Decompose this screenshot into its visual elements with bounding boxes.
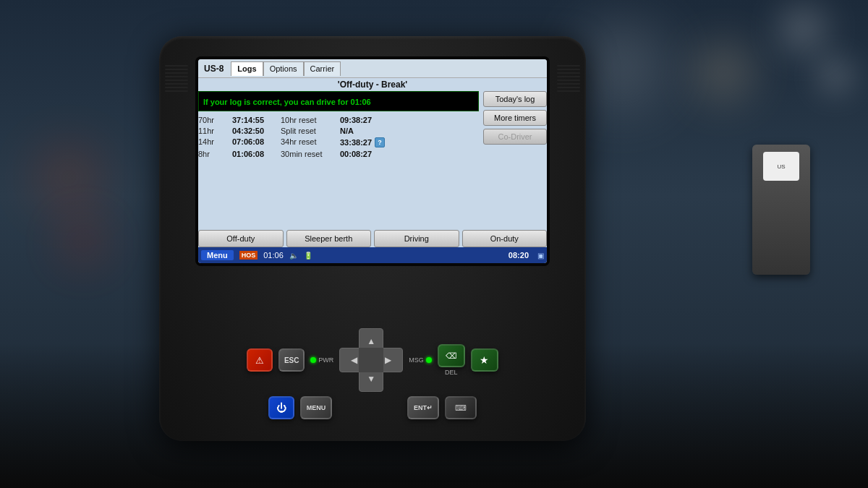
pwr-col: PWR bbox=[310, 356, 333, 364]
eld-device: US-8 Logs Options Carrier 'Off-duty - Br… bbox=[159, 36, 586, 441]
menu-bar: US-8 Logs Options Carrier bbox=[198, 59, 547, 78]
timer-value-11hr: 04:32:50 bbox=[232, 127, 279, 135]
ent-button[interactable]: ENT↵ bbox=[407, 396, 439, 419]
speaker-right bbox=[557, 65, 580, 92]
battery-icon: 🔋 bbox=[304, 252, 312, 260]
off-duty-button[interactable]: Off-duty bbox=[198, 230, 284, 247]
reset-label-34hr: 34hr reset bbox=[281, 137, 339, 147]
msg-led-row: MSG bbox=[409, 356, 432, 364]
bokeh-light bbox=[781, 7, 825, 51]
nav-right-button[interactable]: ▶ bbox=[381, 348, 403, 372]
duty-bar: Off-duty Sleeper berth Driving On-duty bbox=[198, 230, 547, 247]
reset-value-split: N/A bbox=[340, 127, 391, 135]
timer-label-14hr: 14hr bbox=[198, 137, 231, 147]
bokeh-light bbox=[817, 58, 854, 94]
on-duty-button[interactable]: On-duty bbox=[462, 230, 548, 247]
tab-carrier[interactable]: Carrier bbox=[304, 61, 341, 76]
speaker-icon: 🔈 bbox=[289, 252, 298, 260]
status-bar: Menu HOS 01:06 🔈 🔋 08:20 ▣ bbox=[198, 247, 547, 263]
nav-up-button[interactable]: ▲ bbox=[359, 328, 383, 350]
adapter-device: US bbox=[752, 145, 810, 275]
timer-value-14hr: 07:06:08 bbox=[232, 137, 279, 147]
right-panel: Today's log More timers Co-Driver bbox=[483, 91, 547, 227]
hardware-button-panel: ⚠ ESC PWR ▲ bbox=[246, 328, 499, 419]
adapter-label: US bbox=[763, 152, 799, 181]
del-button[interactable]: ⌫ bbox=[438, 344, 465, 367]
clock-display: 08:20 bbox=[509, 251, 529, 260]
reset-label-split: Split reset bbox=[281, 127, 339, 135]
reset-label-10hr: 10hr reset bbox=[281, 116, 339, 124]
del-button-col: ⌫ DEL bbox=[438, 344, 465, 376]
device-id: US-8 bbox=[201, 62, 226, 75]
timer-label-8hr: 8hr bbox=[198, 150, 231, 158]
alert-text: If your log is correct, you can drive fo… bbox=[203, 98, 371, 106]
esc-button[interactable]: ESC bbox=[278, 348, 305, 372]
pwr-led bbox=[310, 357, 316, 363]
timer-label-70hr: 70hr bbox=[198, 116, 231, 124]
del-label: DEL bbox=[445, 369, 458, 376]
menu-hw-button[interactable]: MENU bbox=[300, 396, 332, 419]
kbd-button-col: ⌨ bbox=[445, 396, 477, 419]
hos-badge: HOS bbox=[239, 251, 258, 260]
esc-button-col: ESC bbox=[278, 348, 305, 372]
nav-left-button[interactable]: ◀ bbox=[339, 348, 361, 372]
kbd-button[interactable]: ⌨ bbox=[445, 396, 477, 419]
warning-button-col: ⚠ bbox=[247, 348, 273, 372]
button-row-top: ⚠ ESC PWR ▲ bbox=[247, 328, 498, 392]
more-timers-button[interactable]: More timers bbox=[483, 110, 547, 126]
hos-value: 01:06 bbox=[263, 251, 284, 260]
msg-label: MSG bbox=[409, 356, 424, 364]
pwr-label: PWR bbox=[318, 356, 333, 364]
reset-value-10hr: 09:38:27 bbox=[340, 116, 391, 124]
screen-bezel: US-8 Logs Options Carrier 'Off-duty - Br… bbox=[195, 56, 550, 266]
msg-led bbox=[426, 357, 432, 363]
bokeh-red-light2 bbox=[58, 217, 109, 267]
nav-down-button[interactable]: ▼ bbox=[359, 370, 383, 392]
reset-value-30min: 00:08:27 bbox=[340, 150, 391, 158]
nav-cross: ▲ ▼ ◀ ▶ bbox=[339, 328, 403, 392]
timer-label-11hr: 11hr bbox=[198, 127, 231, 135]
screen-icon: ▣ bbox=[537, 252, 544, 260]
reset-label-30min: 30min reset bbox=[281, 150, 339, 158]
menu-button-col: MENU bbox=[300, 396, 332, 419]
bokeh-light bbox=[579, 22, 665, 108]
screen: US-8 Logs Options Carrier 'Off-duty - Br… bbox=[198, 59, 547, 263]
tab-options[interactable]: Options bbox=[263, 61, 304, 76]
power-button-col: ⏻ bbox=[268, 396, 294, 419]
todays-log-button[interactable]: Today's log bbox=[483, 91, 547, 107]
nav-center bbox=[359, 348, 383, 372]
pwr-led-row: PWR bbox=[310, 356, 333, 364]
content-row: If your log is correct, you can drive fo… bbox=[198, 91, 547, 227]
timer-value-8hr: 01:06:08 bbox=[232, 150, 279, 158]
question-button[interactable]: ? bbox=[375, 137, 385, 147]
msg-col: MSG bbox=[409, 356, 432, 364]
left-panel: If your log is correct, you can drive fo… bbox=[198, 91, 479, 227]
bokeh-light bbox=[694, 43, 752, 101]
star-button[interactable]: ★ bbox=[471, 348, 498, 372]
bokeh-red-light bbox=[36, 145, 101, 210]
speaker-left bbox=[165, 65, 188, 92]
menu-button[interactable]: Menu bbox=[201, 250, 234, 260]
ent-button-col: ENT↵ bbox=[407, 396, 439, 419]
co-driver-button[interactable]: Co-Driver bbox=[483, 129, 547, 145]
power-button[interactable]: ⏻ bbox=[268, 396, 294, 419]
alert-box: If your log is correct, you can drive fo… bbox=[198, 91, 479, 111]
timer-grid: 70hr 37:14:55 10hr reset 09:38:27 11hr 0… bbox=[198, 116, 479, 158]
warning-button[interactable]: ⚠ bbox=[247, 348, 273, 372]
status-title: 'Off-duty - Break' bbox=[198, 80, 547, 90]
star-button-col: ★ bbox=[471, 348, 498, 372]
reset-value-34hr: 33:38:27 ? bbox=[340, 137, 391, 147]
tab-logs[interactable]: Logs bbox=[231, 61, 263, 76]
sleeper-berth-button[interactable]: Sleeper berth bbox=[286, 230, 372, 247]
timer-value-70hr: 37:14:55 bbox=[232, 116, 279, 124]
driving-button[interactable]: Driving bbox=[374, 230, 459, 247]
button-row-bottom: ⏻ MENU ENT↵ ⌨ bbox=[268, 396, 477, 419]
